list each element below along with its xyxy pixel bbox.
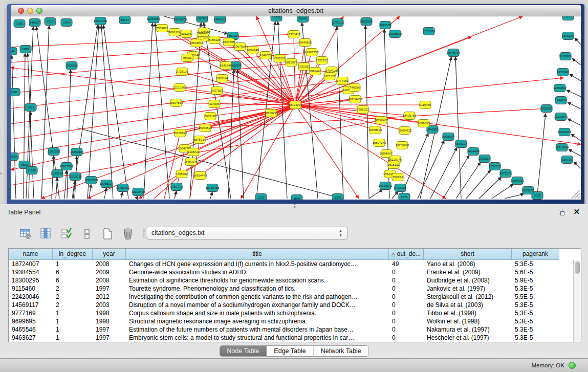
graph-node[interactable]: 18720407 [375, 117, 388, 124]
column-header-short[interactable]: short [424, 249, 512, 260]
table-row[interactable]: 1872400712008Changes of HCN gene express… [9, 260, 559, 268]
vertical-scrollbar[interactable] [573, 260, 581, 342]
graph-node[interactable]: 7563822 [156, 25, 168, 32]
split-pane-handle[interactable]: ▲▼ [292, 203, 298, 206]
close-panel-icon[interactable]: ✕ [573, 207, 580, 216]
graph-node[interactable]: 1646 [291, 195, 302, 200]
graph-node[interactable]: 746266 [349, 84, 360, 92]
graph-node[interactable]: 1671155 [380, 21, 392, 29]
graph-node[interactable]: 9129966 [559, 53, 572, 60]
graph-node[interactable]: 16543812 [190, 39, 204, 47]
table-row[interactable]: 977716911998Corpus callosum shape and si… [9, 309, 559, 317]
graph-node[interactable]: 2718176 [176, 68, 188, 76]
graph-node[interactable]: 39159 [11, 153, 18, 161]
graph-node[interactable]: 1588520 [273, 55, 286, 62]
column-header-name[interactable]: name [9, 249, 53, 260]
graph-node[interactable]: 19756928 [396, 142, 409, 149]
table-row[interactable]: 1830029562008Estimation of significance … [9, 276, 559, 285]
graph-node[interactable]: 15353534 [199, 124, 212, 132]
graph-node[interactable]: 15723 [271, 16, 282, 21]
tab-edge-table[interactable]: Edge Table [267, 346, 313, 356]
column-header-title[interactable]: title [126, 249, 389, 260]
graph-node[interactable]: 18724007 [289, 101, 302, 109]
graph-node[interactable]: 7513 [45, 18, 56, 26]
tab-network-table[interactable]: Network Table [314, 346, 368, 356]
table-row[interactable]: 969969511998Structural magnetic resonanc… [9, 317, 559, 325]
select-rows-button[interactable] [59, 226, 74, 242]
column-header-year[interactable]: year [93, 249, 126, 260]
graph-node[interactable]: 16403945 [184, 158, 198, 166]
graph-node[interactable]: 18495756 [403, 112, 417, 120]
graph-node[interactable]: 1949 [61, 19, 72, 27]
graph-node[interactable]: 9115460 [420, 101, 432, 109]
graph-node[interactable]: 15166822 [173, 129, 187, 137]
graph-node[interactable]: 2060535 [48, 148, 60, 156]
graph-node[interactable]: 17957223 [84, 177, 98, 184]
graph-node[interactable]: 7515526 [423, 28, 435, 35]
graph-node[interactable]: 20364486 [349, 96, 362, 103]
graph-node[interactable]: 10653257 [147, 16, 161, 23]
graph-node[interactable]: 16914479 [193, 172, 207, 180]
window-titlebar[interactable]: citations_edges.txt [11, 5, 581, 16]
graph-node[interactable]: 1244419 [555, 97, 567, 104]
table-row[interactable]: 911546021997Tourette syndrome. Phenomeno… [9, 285, 559, 293]
graph-node[interactable]: 8215953 [540, 105, 553, 113]
graph-node[interactable]: 8813054 [360, 18, 373, 26]
graph-node[interactable]: 2967608 [234, 43, 246, 51]
graph-node[interactable]: 9245652 [522, 187, 534, 194]
table-settings-button[interactable] [18, 226, 33, 242]
graph-node[interactable]: 12325419 [287, 31, 301, 38]
graph-node[interactable]: 14136141 [379, 182, 393, 190]
graph-node[interactable]: 19654923 [398, 127, 412, 135]
graph-node[interactable]: 7632621 [489, 163, 501, 170]
table-row[interactable]: 1456911722003Disruption of a novel membe… [9, 301, 559, 309]
table-row[interactable]: 946554611997Estimation of the future num… [9, 325, 559, 334]
graph-node[interactable]: 16033809 [173, 16, 187, 24]
graph-node[interactable]: 9227343 [557, 69, 569, 76]
graph-node[interactable]: 10958137 [100, 180, 114, 188]
graph-node[interactable]: 2340 [332, 194, 343, 200]
window-resize-grip[interactable] [572, 190, 580, 199]
graph-node[interactable]: 12923448 [132, 188, 145, 196]
graph-node[interactable]: 18640910 [298, 39, 312, 47]
graph-node[interactable]: 9498222 [187, 148, 200, 156]
graph-node[interactable]: 1071915 [332, 19, 344, 27]
graph-node[interactable]: 8427552 [211, 87, 223, 95]
column-header-pagerank[interactable]: pagerank [512, 249, 559, 260]
panel-collapse-arrow[interactable]: ▸ [1, 171, 3, 176]
float-panel-icon[interactable] [557, 208, 565, 216]
graph-node[interactable]: 16648794 [447, 49, 461, 57]
network-canvas[interactable]: 1050240557751319493069140616127106532571… [11, 16, 581, 200]
graph-node[interactable]: 9827508 [223, 38, 235, 46]
graph-node[interactable]: 9457771 [170, 183, 183, 191]
graph-node[interactable]: 12213369 [173, 84, 187, 92]
table-row[interactable]: 2242004622012Investigating the contribut… [9, 293, 559, 301]
graph-node[interactable]: 8938924 [442, 133, 454, 141]
graph-node[interactable]: 11171 [562, 16, 574, 20]
column-header-in_degree[interactable]: in_degree [53, 249, 93, 260]
graph-node[interactable]: 2647 [11, 89, 20, 96]
table-row[interactable]: 1938455462009Genome-wide association stu… [9, 268, 559, 276]
graph-node[interactable]: 8671130 [205, 113, 217, 120]
graph-node[interactable]: 117006 [209, 100, 220, 108]
graph-node[interactable]: 9860124 [168, 29, 181, 36]
graph-node[interactable]: 8471676 [499, 170, 512, 178]
graph-node[interactable]: 8454749 [247, 47, 259, 54]
graph-node[interactable]: 8878334 [193, 136, 206, 144]
graph-node[interactable]: 10688609 [368, 126, 382, 134]
graph-node[interactable]: 16646 [297, 16, 309, 23]
graph-node[interactable]: 98901 [182, 54, 193, 62]
graph-node[interactable]: 16127 [119, 16, 130, 24]
graph-node[interactable]: 6822057 [285, 59, 297, 67]
graph-node[interactable]: 6879197 [455, 140, 467, 148]
graph-node[interactable]: 1145194 [52, 170, 64, 178]
graph-node[interactable]: 10975867 [60, 163, 74, 170]
graph-node[interactable]: 7955812 [316, 57, 328, 64]
graph-node[interactable]: 11568 [26, 167, 37, 174]
graph-node[interactable]: 7425402 [176, 170, 188, 178]
graph-node[interactable]: 240557 [29, 19, 40, 27]
graph-node[interactable]: 17016504 [555, 144, 569, 151]
memory-status-indicator[interactable] [569, 362, 576, 369]
graph-node[interactable]: 2933114 [479, 155, 491, 163]
table-row[interactable]: 946362711997Embryonic stem cells: a mode… [9, 334, 559, 342]
